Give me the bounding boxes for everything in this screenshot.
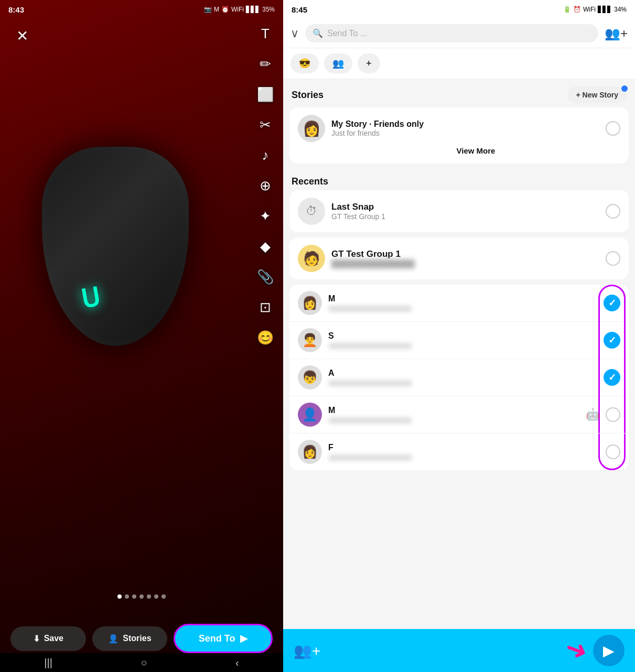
eraser-icon[interactable]: ◆ [256,237,275,256]
nav-recent-apps[interactable]: ||| [44,657,52,669]
text-tool-icon[interactable]: T [256,24,275,43]
contact-m2-avatar: 👤 [298,403,322,427]
contact-s-check[interactable]: ✓ [604,332,620,349]
emoji-icon[interactable]: 😊 [256,328,275,347]
last-snap-sub: GT Test Group 1 [331,212,599,221]
time-left: 8:43 [8,5,24,14]
new-story-button[interactable]: + New Story [567,86,627,103]
emoji-option-button[interactable]: 😎 [290,53,319,73]
chevron-down-icon[interactable]: ∨ [290,27,299,40]
alarm-icon-right: ⏰ [573,6,581,13]
contact-f-item[interactable]: 👩 F [289,433,629,470]
gt-group-info: GT Test Group 1 ████████████████ [331,249,599,268]
stories-avatar-icon: 👤 [108,634,119,644]
contact-m2-select-circle[interactable] [606,407,620,422]
contact-s-sub [328,343,412,349]
alarm-icon: ⏰ [221,6,229,13]
sunglasses-emoji: 😎 [299,58,310,69]
search-bar-row: ∨ 🔍 Send To ... 👥+ [283,19,635,48]
gt-group-avatar: 🧑 [298,245,325,272]
contact-f-avatar: 👩 [298,440,322,464]
dot-3 [132,594,136,599]
quick-options: 😎 👥 + [283,48,635,79]
send-to-button[interactable]: Send To ▶ [174,624,273,653]
contact-s-item[interactable]: 🧑‍🦱 S ✓ [289,322,629,359]
last-snap-avatar: ⏱ [298,198,325,225]
robot-icon: 🤖 [586,408,600,421]
search-icon: 🔍 [313,28,323,38]
gt-test-group-card[interactable]: 🧑 GT Test Group 1 ████████████████ [289,237,629,279]
view-more-button[interactable]: View More [298,144,620,156]
battery-left: 35% [262,6,275,13]
scissors-icon[interactable]: ✂ [256,115,275,134]
send-to-arrow-icon: ▶ [240,633,247,644]
plus-icon: + [366,58,372,69]
contact-f-info: F [328,443,599,461]
contact-a-check[interactable]: ✓ [604,369,620,386]
dot-2 [125,594,129,599]
save-icon: ⬇ [33,634,40,644]
contact-m-check[interactable]: ✓ [604,295,620,311]
dot-7 [162,594,166,599]
save-label: Save [44,634,63,643]
sticker-icon[interactable]: ⬜ [256,85,275,104]
contact-a-info: A [328,368,597,386]
add-option-button[interactable]: + [358,53,380,73]
search-input-container[interactable]: 🔍 Send To ... [305,24,598,42]
dot-6 [154,594,158,599]
last-snap-card[interactable]: ⏱ Last Snap GT Test Group 1 [289,190,629,232]
add-friend-bottom-icon[interactable]: 👥+ [294,642,320,659]
nav-back[interactable]: ‹ [235,657,239,669]
bottom-send-bar: 👥+ ➜ ▶ [283,629,635,672]
crop-icon[interactable]: ⊡ [256,298,275,317]
stories-section-header: Stories + New Story [283,79,635,107]
friends-option-button[interactable]: 👥 [324,53,352,73]
music-icon[interactable]: ♪ [256,146,275,165]
sparkle-icon[interactable]: ✦ [256,207,275,225]
close-button[interactable]: ✕ [10,24,34,47]
battery-icon-right: 🔋 [563,6,571,13]
contact-m-item[interactable]: 👩 M ✓ [289,285,629,322]
left-panel: ᑌ 8:43 📷 M ⏰ WiFi ▋▋▋ 35% ✕ T ✏ ⬜ ✂ ♪ ⊕ … [0,0,283,672]
contact-a-name: A [328,368,597,378]
my-story-select-circle[interactable] [606,121,620,136]
recents-section-header: Recents [283,169,635,190]
right-toolbar: T ✏ ⬜ ✂ ♪ ⊕ ✦ ◆ 📎 ⊡ 😊 [256,24,275,347]
send-to-label: Send To [199,633,235,644]
nav-home[interactable]: ○ [141,657,147,669]
contact-s-avatar: 🧑‍🦱 [298,328,322,352]
contact-m-name: M [328,294,597,304]
battery-right: 34% [614,6,627,13]
last-snap-select-circle[interactable] [606,204,620,219]
contact-s-name: S [328,331,597,341]
link-icon[interactable]: 📎 [256,267,275,286]
search-input[interactable]: Send To ... [327,29,367,38]
contact-m2-item[interactable]: 👤 M 🤖 [289,396,629,433]
save-button[interactable]: ⬇ Save [10,626,86,651]
gt-group-name: GT Test Group 1 [331,249,599,259]
recents-title: Recents [292,176,328,187]
contact-a-item[interactable]: 👦 A ✓ [289,359,629,396]
last-snap-info: Last Snap GT Test Group 1 [331,202,599,221]
draw-icon[interactable]: ✏ [256,55,275,73]
stories-title: Stories [292,90,324,101]
lens-icon[interactable]: ⊕ [256,176,275,195]
contact-f-select-circle[interactable] [606,445,620,459]
instagram-icon: 📷 [204,6,212,13]
status-bar-right: 8:45 🔋 ⏰ WiFi ▋▋▋ 34% [283,0,635,19]
my-story-card[interactable]: 👩 My Story · Friends only Just for frien… [289,107,629,164]
gt-group-select-circle[interactable] [606,251,620,266]
dot-1 [117,594,122,599]
contact-f-name: F [328,443,599,452]
content-area: Stories + New Story 👩 My Story · Friends… [283,79,635,672]
bottom-actions: ⬇ Save 👤 Stories Send To ▶ [0,624,283,653]
new-story-label: + New Story [576,91,618,99]
send-button[interactable]: ▶ [593,635,625,666]
add-friends-icon[interactable]: 👥+ [605,26,628,41]
gmail-icon: M [214,6,219,13]
status-icons-left: 📷 M ⏰ WiFi ▋▋▋ 35% [204,6,275,13]
view-more-label: View More [457,146,496,155]
dot-4 [139,594,144,599]
stories-button[interactable]: 👤 Stories [92,626,168,651]
right-panel: 8:45 🔋 ⏰ WiFi ▋▋▋ 34% ∨ 🔍 Send To ... 👥+… [283,0,635,672]
